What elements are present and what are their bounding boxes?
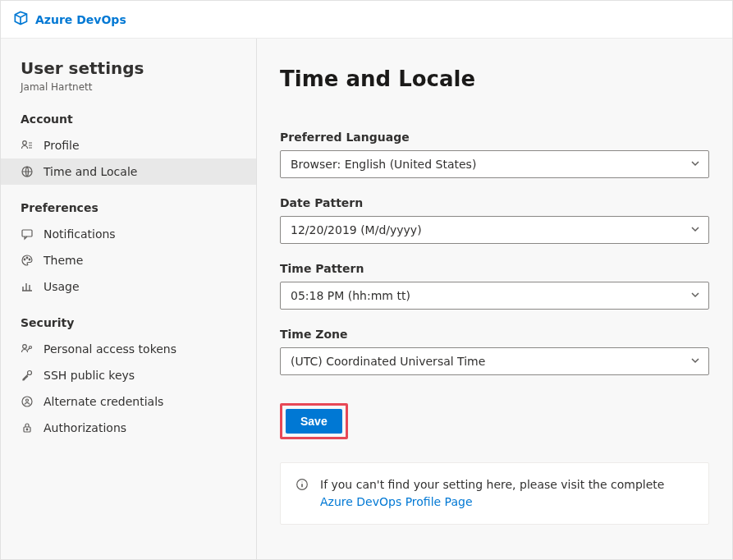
svg-point-5	[29, 259, 30, 260]
credentials-icon	[21, 395, 34, 408]
sidebar-item-label: Profile	[44, 139, 80, 152]
sidebar-item-pat[interactable]: Personal access tokens	[1, 336, 256, 362]
chevron-down-icon	[690, 158, 700, 171]
timezone-select-value: (UTC) Coordinated Universal Time	[291, 355, 485, 368]
svg-point-4	[26, 257, 28, 259]
timezone-select[interactable]: (UTC) Coordinated Universal Time	[280, 347, 709, 375]
svg-point-0	[23, 141, 27, 145]
sidebar-item-authorizations[interactable]: Authorizations	[1, 415, 256, 441]
sidebar-item-ssh[interactable]: SSH public keys	[1, 362, 256, 388]
info-prefix: If you can't find your setting here, ple…	[320, 478, 664, 491]
save-highlight: Save	[280, 403, 348, 439]
info-icon	[295, 478, 309, 496]
save-button[interactable]: Save	[286, 409, 342, 434]
sidebar-item-label: Time and Locale	[44, 165, 137, 178]
section-security-label: Security	[1, 311, 256, 336]
sidebar-item-label: Alternate credentials	[44, 395, 163, 408]
info-callout: If you can't find your setting here, ple…	[280, 462, 709, 525]
sidebar-item-alt-credentials[interactable]: Alternate credentials	[1, 388, 256, 415]
svg-point-8	[28, 371, 32, 375]
sidebar-user-name: Jamal Hartnett	[1, 81, 256, 108]
svg-point-6	[23, 345, 27, 349]
main-content: Time and Locale Preferred Language Brows…	[257, 39, 732, 559]
svg-point-12	[26, 429, 28, 430]
brand-text: Azure DevOps	[35, 13, 126, 26]
palette-icon	[21, 254, 34, 267]
chevron-down-icon	[690, 355, 700, 368]
info-text: If you can't find your setting here, ple…	[320, 476, 694, 511]
sidebar: User settings Jamal Hartnett Account Pro…	[1, 39, 257, 559]
date-pattern-select[interactable]: 12/20/2019 (M/d/yyyy)	[280, 216, 709, 244]
date-pattern-label: Date Pattern	[280, 196, 709, 209]
sidebar-item-label: Authorizations	[44, 421, 126, 434]
chevron-down-icon	[690, 289, 700, 302]
sidebar-item-label: Usage	[44, 280, 80, 293]
sidebar-item-label: Notifications	[44, 227, 116, 241]
date-pattern-select-value: 12/20/2019 (M/d/yyyy)	[291, 223, 422, 236]
sidebar-item-label: SSH public keys	[44, 369, 135, 382]
svg-rect-2	[22, 230, 32, 236]
language-select[interactable]: Browser: English (United States)	[280, 150, 709, 178]
page-title: Time and Locale	[280, 67, 709, 91]
svg-point-10	[26, 399, 29, 402]
language-label: Preferred Language	[280, 131, 709, 144]
azure-devops-logo-icon	[12, 10, 29, 29]
app-header: Azure DevOps	[1, 1, 732, 39]
comment-icon	[21, 227, 34, 241]
sidebar-item-profile[interactable]: Profile	[1, 132, 256, 158]
time-pattern-label: Time Pattern	[280, 262, 709, 275]
sidebar-item-theme[interactable]: Theme	[1, 247, 256, 273]
key-icon	[21, 369, 34, 382]
section-preferences-label: Preferences	[1, 196, 256, 221]
lock-icon	[21, 421, 34, 434]
brand-link[interactable]: Azure DevOps	[7, 7, 131, 32]
sidebar-item-notifications[interactable]: Notifications	[1, 221, 256, 247]
time-pattern-select-value: 05:18 PM (hh:mm tt)	[291, 289, 410, 302]
time-pattern-select[interactable]: 05:18 PM (hh:mm tt)	[280, 282, 709, 310]
sidebar-item-label: Theme	[44, 254, 83, 267]
sidebar-item-time-locale[interactable]: Time and Locale	[1, 158, 256, 185]
chevron-down-icon	[690, 223, 700, 236]
timezone-label: Time Zone	[280, 328, 709, 341]
profile-page-link[interactable]: Azure DevOps Profile Page	[320, 495, 473, 508]
person-icon	[21, 139, 34, 152]
sidebar-title: User settings	[1, 58, 256, 81]
section-account-label: Account	[1, 108, 256, 132]
globe-icon	[21, 165, 34, 178]
svg-point-3	[24, 259, 25, 260]
language-select-value: Browser: English (United States)	[291, 158, 476, 171]
sidebar-item-label: Personal access tokens	[44, 342, 176, 356]
key-person-icon	[21, 342, 34, 356]
bar-chart-icon	[21, 280, 34, 293]
sidebar-item-usage[interactable]: Usage	[1, 273, 256, 300]
